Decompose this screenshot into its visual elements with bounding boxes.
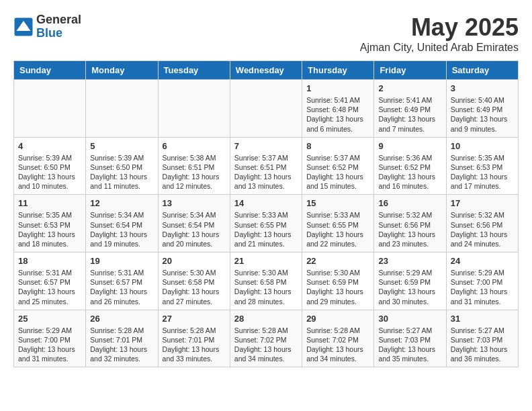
calendar-cell: 2Sunrise: 5:41 AM Sunset: 6:49 PM Daylig… [374, 80, 446, 138]
cell-day-info: Sunrise: 5:33 AM Sunset: 6:55 PM Dayligh… [306, 210, 369, 248]
cell-day-info: Sunrise: 5:33 AM Sunset: 6:55 PM Dayligh… [234, 210, 298, 248]
cell-day-number: 15 [306, 198, 369, 208]
calendar-cell: 23Sunrise: 5:29 AM Sunset: 6:59 PM Dayli… [374, 253, 446, 310]
logo-icon [13, 17, 34, 37]
calendar-week-row: 11Sunrise: 5:35 AM Sunset: 6:53 PM Dayli… [14, 195, 519, 253]
cell-day-number: 22 [306, 256, 369, 266]
cell-day-info: Sunrise: 5:37 AM Sunset: 6:51 PM Dayligh… [234, 153, 298, 191]
cell-day-number: 29 [306, 314, 369, 324]
cell-day-number: 6 [163, 141, 226, 151]
cell-day-number: 7 [234, 141, 298, 151]
weekday-header: Saturday [446, 61, 518, 80]
cell-day-info: Sunrise: 5:28 AM Sunset: 7:02 PM Dayligh… [306, 326, 369, 364]
cell-day-info: Sunrise: 5:31 AM Sunset: 6:57 PM Dayligh… [18, 268, 81, 306]
cell-day-info: Sunrise: 5:34 AM Sunset: 6:54 PM Dayligh… [90, 210, 153, 248]
cell-day-number: 17 [451, 198, 514, 208]
cell-day-info: Sunrise: 5:27 AM Sunset: 7:03 PM Dayligh… [378, 326, 441, 364]
calendar-cell: 16Sunrise: 5:32 AM Sunset: 6:56 PM Dayli… [374, 195, 446, 253]
calendar-week-row: 4Sunrise: 5:39 AM Sunset: 6:50 PM Daylig… [14, 137, 519, 195]
cell-day-number: 8 [306, 141, 369, 151]
cell-day-number: 9 [378, 141, 441, 151]
calendar-cell: 6Sunrise: 5:38 AM Sunset: 6:51 PM Daylig… [158, 137, 230, 195]
calendar-cell: 13Sunrise: 5:34 AM Sunset: 6:54 PM Dayli… [158, 195, 230, 253]
logo-general: General [36, 13, 81, 27]
cell-day-info: Sunrise: 5:41 AM Sunset: 6:48 PM Dayligh… [306, 95, 369, 134]
cell-day-info: Sunrise: 5:40 AM Sunset: 6:49 PM Dayligh… [451, 95, 514, 134]
calendar-table: SundayMondayTuesdayWednesdayThursdayFrid… [13, 60, 519, 367]
calendar-cell: 8Sunrise: 5:37 AM Sunset: 6:52 PM Daylig… [302, 137, 374, 195]
cell-day-info: Sunrise: 5:29 AM Sunset: 6:59 PM Dayligh… [378, 268, 441, 306]
cell-day-info: Sunrise: 5:31 AM Sunset: 6:57 PM Dayligh… [90, 268, 153, 306]
cell-day-number: 3 [451, 83, 514, 93]
weekday-header: Wednesday [230, 61, 302, 80]
location-subtitle: Ajman City, United Arab Emirates [360, 42, 519, 54]
calendar-cell: 19Sunrise: 5:31 AM Sunset: 6:57 PM Dayli… [86, 253, 158, 310]
calendar-week-row: 1Sunrise: 5:41 AM Sunset: 6:48 PM Daylig… [14, 80, 519, 138]
calendar-cell: 18Sunrise: 5:31 AM Sunset: 6:57 PM Dayli… [14, 253, 86, 310]
calendar-cell: 3Sunrise: 5:40 AM Sunset: 6:49 PM Daylig… [446, 80, 518, 138]
weekday-header: Thursday [302, 61, 374, 80]
calendar-week-row: 18Sunrise: 5:31 AM Sunset: 6:57 PM Dayli… [14, 253, 519, 310]
cell-day-number: 5 [90, 141, 153, 151]
calendar-cell: 30Sunrise: 5:27 AM Sunset: 7:03 PM Dayli… [374, 310, 446, 367]
cell-day-info: Sunrise: 5:41 AM Sunset: 6:49 PM Dayligh… [378, 95, 441, 134]
cell-day-info: Sunrise: 5:30 AM Sunset: 6:59 PM Dayligh… [306, 268, 369, 306]
calendar-cell [86, 80, 158, 138]
calendar-cell: 22Sunrise: 5:30 AM Sunset: 6:59 PM Dayli… [302, 253, 374, 310]
calendar-cell: 20Sunrise: 5:30 AM Sunset: 6:58 PM Dayli… [158, 253, 230, 310]
calendar-cell: 28Sunrise: 5:28 AM Sunset: 7:02 PM Dayli… [230, 310, 302, 367]
calendar-cell: 21Sunrise: 5:30 AM Sunset: 6:58 PM Dayli… [230, 253, 302, 310]
cell-day-number: 23 [378, 256, 441, 266]
calendar-cell: 9Sunrise: 5:36 AM Sunset: 6:52 PM Daylig… [374, 137, 446, 195]
cell-day-info: Sunrise: 5:35 AM Sunset: 6:53 PM Dayligh… [451, 153, 514, 191]
cell-day-number: 13 [163, 198, 226, 208]
cell-day-info: Sunrise: 5:29 AM Sunset: 7:00 PM Dayligh… [18, 326, 81, 364]
cell-day-number: 4 [18, 141, 81, 151]
weekday-header: Monday [86, 61, 158, 80]
cell-day-number: 20 [163, 256, 226, 266]
cell-day-number: 10 [451, 141, 514, 151]
calendar-cell: 1Sunrise: 5:41 AM Sunset: 6:48 PM Daylig… [302, 80, 374, 138]
calendar-cell: 26Sunrise: 5:28 AM Sunset: 7:01 PM Dayli… [86, 310, 158, 367]
logo-text: General Blue [36, 13, 81, 40]
weekday-header: Sunday [14, 61, 86, 80]
cell-day-number: 31 [451, 314, 514, 324]
weekday-header: Friday [374, 61, 446, 80]
calendar-header-row: SundayMondayTuesdayWednesdayThursdayFrid… [14, 61, 519, 80]
calendar-cell: 15Sunrise: 5:33 AM Sunset: 6:55 PM Dayli… [302, 195, 374, 253]
cell-day-info: Sunrise: 5:30 AM Sunset: 6:58 PM Dayligh… [234, 268, 298, 306]
cell-day-number: 26 [90, 314, 153, 324]
calendar-cell: 11Sunrise: 5:35 AM Sunset: 6:53 PM Dayli… [14, 195, 86, 253]
cell-day-info: Sunrise: 5:32 AM Sunset: 6:56 PM Dayligh… [378, 210, 441, 248]
calendar-cell: 27Sunrise: 5:28 AM Sunset: 7:01 PM Dayli… [158, 310, 230, 367]
cell-day-info: Sunrise: 5:36 AM Sunset: 6:52 PM Dayligh… [378, 153, 441, 191]
cell-day-info: Sunrise: 5:32 AM Sunset: 6:56 PM Dayligh… [451, 210, 514, 248]
calendar-cell [230, 80, 302, 138]
cell-day-number: 18 [18, 256, 81, 266]
calendar-cell: 12Sunrise: 5:34 AM Sunset: 6:54 PM Dayli… [86, 195, 158, 253]
calendar-week-row: 25Sunrise: 5:29 AM Sunset: 7:00 PM Dayli… [14, 310, 519, 367]
calendar-cell [14, 80, 86, 138]
cell-day-number: 24 [451, 256, 514, 266]
cell-day-number: 19 [90, 256, 153, 266]
cell-day-info: Sunrise: 5:28 AM Sunset: 7:01 PM Dayligh… [90, 326, 153, 364]
logo: General Blue [13, 13, 81, 40]
cell-day-number: 2 [378, 83, 441, 93]
calendar-cell [158, 80, 230, 138]
page-header: General Blue May 2025 Ajman City, United… [13, 13, 519, 54]
calendar-cell: 14Sunrise: 5:33 AM Sunset: 6:55 PM Dayli… [230, 195, 302, 253]
cell-day-info: Sunrise: 5:37 AM Sunset: 6:52 PM Dayligh… [306, 153, 369, 191]
cell-day-number: 30 [378, 314, 441, 324]
cell-day-number: 11 [18, 198, 81, 208]
cell-day-number: 27 [163, 314, 226, 324]
cell-day-number: 1 [306, 83, 369, 93]
cell-day-number: 16 [378, 198, 441, 208]
cell-day-info: Sunrise: 5:29 AM Sunset: 7:00 PM Dayligh… [451, 268, 514, 306]
calendar-cell: 10Sunrise: 5:35 AM Sunset: 6:53 PM Dayli… [446, 137, 518, 195]
cell-day-info: Sunrise: 5:30 AM Sunset: 6:58 PM Dayligh… [163, 268, 226, 306]
cell-day-number: 25 [18, 314, 81, 324]
cell-day-number: 14 [234, 198, 298, 208]
month-title: May 2025 [360, 13, 519, 42]
cell-day-info: Sunrise: 5:27 AM Sunset: 7:03 PM Dayligh… [451, 326, 514, 364]
calendar-cell: 4Sunrise: 5:39 AM Sunset: 6:50 PM Daylig… [14, 137, 86, 195]
